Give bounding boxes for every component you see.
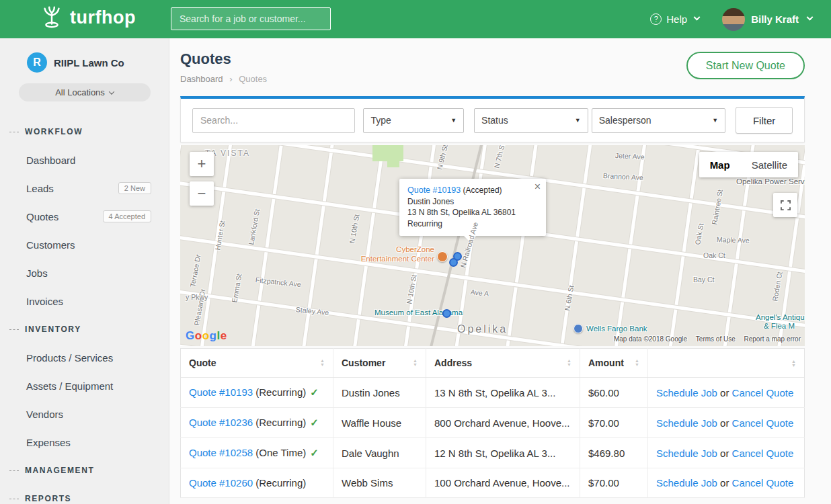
- street-label: Jeter Ave: [615, 151, 645, 161]
- address-cell: 13 N 8th St, Opelika AL 3...: [426, 378, 580, 408]
- google-logo: Google: [186, 329, 227, 343]
- sidebar-item-invoices[interactable]: Invoices: [0, 287, 169, 315]
- actions-cell: Schedule Job or Cancel Quote: [648, 378, 805, 408]
- accepted-check-icon: [310, 417, 319, 428]
- sidebar-item-assets-equipment[interactable]: Assets / Equipment: [0, 372, 169, 400]
- quote-link[interactable]: Quote #10258: [189, 447, 253, 458]
- breadcrumb-dashboard[interactable]: Dashboard: [180, 74, 223, 84]
- quote-map-marker[interactable]: [449, 258, 458, 267]
- poi-wells-fargo: Wells Fargo Bank: [573, 324, 647, 333]
- sidebar-item-leads[interactable]: Leads2 New: [0, 174, 169, 202]
- quote-map-marker[interactable]: [442, 309, 451, 318]
- actions-cell: Schedule Job or Cancel Quote: [648, 468, 805, 498]
- quote-link[interactable]: Quote #10193: [189, 386, 253, 398]
- street-label: Maple Ave: [717, 235, 750, 245]
- schedule-job-link[interactable]: Schedule Job: [656, 417, 717, 429]
- table-header-row: ▲▼Quote ▲▼Customer ▲▼Address ▲▼Amount ▲▼: [181, 349, 805, 378]
- type-select[interactable]: Type ▼: [363, 108, 464, 133]
- street-label: Oak Ct: [703, 251, 725, 259]
- chevron-down-icon: [109, 89, 114, 94]
- filter-button[interactable]: Filter: [736, 107, 793, 134]
- help-menu[interactable]: Help: [650, 13, 699, 25]
- col-header-quote[interactable]: ▲▼Quote: [181, 349, 333, 378]
- quote-link[interactable]: Quote #10236: [189, 417, 253, 428]
- quote-row: Quote #10236 (Recurring)Waffle House800 …: [181, 408, 805, 438]
- col-header-address[interactable]: ▲▼Address: [426, 349, 580, 378]
- zoom-in-button[interactable]: +: [190, 152, 214, 176]
- sort-icon[interactable]: ▲▼: [791, 360, 796, 368]
- sidebar-section-management: Management: [0, 456, 169, 485]
- sort-icon[interactable]: ▲▼: [320, 359, 325, 367]
- schedule-job-link[interactable]: Schedule Job: [656, 387, 717, 398]
- sidebar-section-reports: Reports: [0, 485, 169, 504]
- bank-icon: [573, 324, 583, 333]
- company-header: R RIIPL Lawn Co: [0, 38, 169, 73]
- map-attribution: Map data ©2018 Google Terms of Use Repor…: [607, 335, 801, 343]
- cancel-quote-link[interactable]: Cancel Quote: [732, 387, 794, 398]
- sort-icon[interactable]: ▲▼: [413, 359, 418, 367]
- section-rule-icon: [9, 132, 19, 132]
- sidebar-item-products-services[interactable]: Products / Services: [0, 343, 169, 372]
- map-view-button[interactable]: Map: [699, 152, 741, 177]
- chevron-down-icon: [807, 14, 814, 21]
- breadcrumb-separator: ›: [229, 74, 232, 84]
- street-label: y Pkwy: [186, 293, 208, 301]
- sidebar-item-jobs[interactable]: Jobs: [0, 259, 169, 287]
- global-search-input[interactable]: [171, 7, 331, 30]
- info-quote-link[interactable]: Quote #10193: [407, 185, 461, 195]
- col-header-amount[interactable]: ▲▼Amount: [580, 349, 648, 378]
- cancel-quote-link[interactable]: Cancel Quote: [732, 448, 794, 459]
- status-select[interactable]: Status ▼: [474, 108, 588, 133]
- main-content: Quotes Dashboard › Quotes Start New Quot…: [169, 38, 831, 504]
- company-avatar: R: [27, 52, 47, 73]
- poi-antiques: Angel's Antiqu & Flea M: [756, 313, 805, 331]
- app-logo[interactable]: turfhop: [39, 5, 136, 30]
- sort-icon[interactable]: ▲▼: [635, 359, 639, 367]
- accepted-check-icon: [310, 447, 319, 458]
- user-menu[interactable]: Billy Kraft: [722, 8, 812, 31]
- quote-cell: Quote #10193 (Recurring): [181, 378, 333, 408]
- quote-row: Quote #10193 (Recurring)Dustin Jones13 N…: [181, 378, 805, 408]
- sidebar-section-inventory: Inventory: [0, 315, 169, 343]
- customer-cell: Webb Sims: [333, 468, 426, 498]
- col-header-customer[interactable]: ▲▼Customer: [333, 349, 426, 378]
- quotes-table-body: Quote #10193 (Recurring)Dustin Jones13 N…: [181, 378, 805, 498]
- cancel-quote-link[interactable]: Cancel Quote: [732, 417, 794, 429]
- chevron-down-icon: [694, 14, 701, 21]
- map-canvas[interactable]: TA VISTA CyberZone Entertainment Center …: [180, 145, 805, 346]
- sidebar-section-workflow: Workflow: [0, 118, 169, 146]
- terms-link[interactable]: Terms of Use: [696, 335, 736, 343]
- page-header: Quotes Dashboard › Quotes Start New Quot…: [180, 38, 805, 96]
- customer-cell: Waffle House: [333, 408, 426, 438]
- sidebar-item-dashboard[interactable]: Dashboard: [0, 146, 169, 174]
- satellite-view-button[interactable]: Satellite: [741, 152, 798, 177]
- sort-icon[interactable]: ▲▼: [567, 359, 571, 367]
- street-label: Bay Ct: [693, 276, 715, 284]
- actions-cell: Schedule Job or Cancel Quote: [648, 438, 805, 468]
- table-search-input[interactable]: [192, 108, 355, 133]
- col-header-actions[interactable]: ▲▼: [648, 349, 805, 378]
- schedule-job-link[interactable]: Schedule Job: [656, 477, 717, 489]
- report-error-link[interactable]: Report a map error: [744, 335, 801, 343]
- info-status: (Accepted): [463, 185, 502, 195]
- salesperson-select[interactable]: Salesperson ▼: [592, 108, 726, 133]
- address-cell: 100 Orchard Avenue, Hoove...: [426, 468, 580, 498]
- zoom-out-button[interactable]: −: [190, 181, 214, 206]
- sidebar: R RIIPL Lawn Co All Locations WorkflowDa…: [0, 38, 169, 504]
- amount-cell: $60.00: [580, 378, 648, 408]
- schedule-job-link[interactable]: Schedule Job: [656, 448, 717, 459]
- quote-cell: Quote #10260 (Recurring): [181, 468, 333, 498]
- sidebar-item-quotes[interactable]: Quotes4 Accepted: [0, 202, 169, 230]
- sidebar-item-customers[interactable]: Customers: [0, 230, 169, 259]
- cancel-quote-link[interactable]: Cancel Quote: [732, 477, 794, 489]
- user-name: Billy Kraft: [751, 13, 799, 25]
- customer-cell: Dale Vaughn: [333, 438, 426, 468]
- quote-link[interactable]: Quote #10260: [189, 477, 253, 489]
- start-new-quote-button[interactable]: Start New Quote: [686, 52, 805, 79]
- location-selector[interactable]: All Locations: [19, 83, 151, 101]
- sidebar-item-vendors[interactable]: Vendors: [0, 400, 169, 428]
- close-icon[interactable]: [535, 181, 541, 193]
- poi-cyberzone: CyberZone Entertainment Center: [347, 245, 434, 263]
- sidebar-item-expenses[interactable]: Expenses: [0, 428, 169, 456]
- fullscreen-button[interactable]: [773, 193, 797, 217]
